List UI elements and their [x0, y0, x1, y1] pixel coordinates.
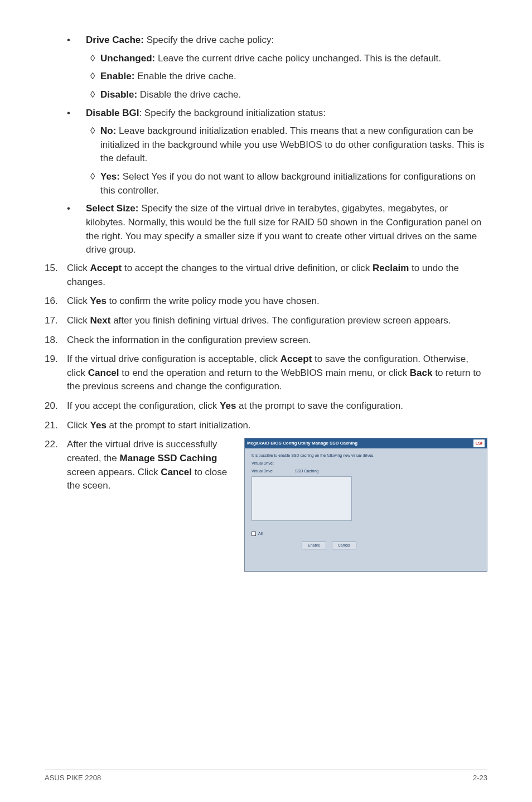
step-21: 21. Click Yes at the prompt to start ini…	[45, 419, 487, 433]
subbullet-enable: ◊ Enable: Enable the drive cache.	[45, 70, 487, 84]
col-virtual-drive: Virtual Drive:	[252, 461, 274, 466]
footer-left: ASUS PIKE 2208	[45, 774, 101, 782]
diamond-icon: ◊	[90, 52, 100, 66]
diamond-icon: ◊	[90, 70, 100, 84]
step-number: 19.	[45, 352, 67, 394]
step-18: 18. Check the information in the configu…	[45, 334, 487, 347]
step-number: 20.	[45, 399, 67, 413]
step-17: 17. Click Next after you finish defining…	[45, 314, 487, 328]
subbullet-disable: ◊ Disable: Disable the drive cache.	[45, 88, 487, 102]
bullet-dot: •	[67, 33, 86, 47]
text: Disable the drive cache.	[137, 89, 241, 100]
label: Select Size:	[86, 203, 139, 214]
bullet-dot: •	[67, 202, 86, 257]
lsi-logo: LSI	[473, 439, 485, 447]
text: Leave background initialization enabled.…	[100, 125, 484, 163]
bullet-dot: •	[67, 107, 86, 120]
label: Disable:	[100, 89, 137, 100]
diamond-icon: ◊	[90, 170, 100, 197]
step-16: 16. Click Yes to confirm the write polic…	[45, 294, 487, 308]
screenshot-title: MegaRAID BIOS Config Utility Manage SSD …	[247, 440, 357, 447]
text: Enable the drive cache.	[134, 71, 236, 81]
page-footer: ASUS PIKE 2208 2-23	[45, 770, 487, 782]
step-number: 16.	[45, 294, 67, 308]
subbullet-no: ◊ No: Leave background initialization en…	[45, 124, 487, 166]
label: Unchanged:	[100, 53, 155, 64]
diamond-icon: ◊	[90, 88, 100, 102]
step-22: 22. After the virtual drive is successfu…	[45, 438, 487, 572]
screenshot-message: It is possible to enable SSD caching on …	[252, 453, 480, 458]
bullet-disable-bgi: • Disable BGI: Specify the background in…	[45, 107, 487, 120]
ssd-caching-screenshot: MegaRAID BIOS Config Utility Manage SSD …	[244, 438, 487, 572]
step-number: 22.	[45, 438, 67, 572]
step-19: 19. If the virtual drive configuration i…	[45, 352, 487, 394]
step-number: 18.	[45, 334, 67, 347]
cancel-button: Cancel	[332, 542, 356, 549]
label: Yes:	[100, 171, 120, 182]
label: No:	[100, 125, 116, 136]
step-20: 20. If you accept the configuration, cli…	[45, 399, 487, 413]
subbullet-unchanged: ◊ Unchanged: Leave the current drive cac…	[45, 52, 487, 66]
step-15: 15. Click Accept to accept the changes t…	[45, 262, 487, 289]
col-vd-header: Virtual Drive	[252, 468, 273, 474]
all-checkbox-row: All	[252, 531, 480, 537]
screenshot-titlebar: MegaRAID BIOS Config Utility Manage SSD …	[245, 438, 487, 448]
checkbox-icon	[252, 532, 256, 536]
text: Specify the drive cache policy:	[144, 35, 274, 45]
enable-button: Enable	[302, 542, 326, 549]
step-number: 17.	[45, 314, 67, 328]
screenshot-listbox	[252, 476, 352, 521]
text: Specify the size of the virtual drive in…	[86, 203, 481, 255]
subbullet-yes: ◊ Yes: Select Yes if you do not want to …	[45, 170, 487, 197]
page-content: • Drive Cache: Specify the drive cache p…	[45, 33, 487, 572]
footer-right: 2-23	[473, 774, 487, 782]
step-number: 21.	[45, 419, 67, 433]
col-ssd-caching: SSD Caching	[295, 468, 318, 474]
step-number: 15.	[45, 262, 67, 289]
label: Drive Cache:	[86, 35, 144, 45]
bullet-select-size: • Select Size: Specify the size of the v…	[45, 202, 487, 257]
all-label: All	[258, 531, 263, 537]
bullet-drive-cache: • Drive Cache: Specify the drive cache p…	[45, 33, 487, 47]
label: Enable:	[100, 71, 134, 81]
text: Leave the current drive cache policy unc…	[155, 53, 441, 64]
label: Disable BGI	[86, 108, 139, 118]
diamond-icon: ◊	[90, 124, 100, 166]
text: : Specify the background initialization …	[139, 108, 326, 118]
text: Select Yes if you do not want to allow b…	[100, 171, 476, 196]
